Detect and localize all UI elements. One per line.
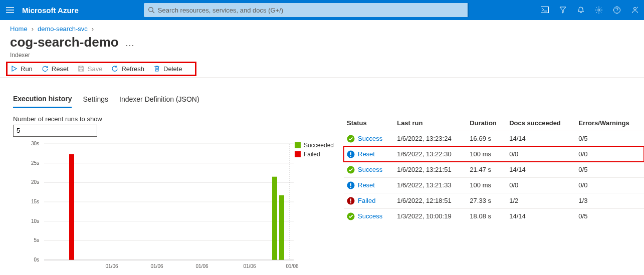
svg-text:30s: 30s [31,141,39,146]
svg-text:25s: 25s [31,160,39,165]
runs-count-label: Number of recent runs to show [13,115,324,123]
table-row[interactable]: Failed1/6/2022, 12:18:5127.33 s1/21/3 [344,193,644,208]
cell-docs: 14/14 [506,162,575,177]
hamburger-icon [6,7,14,13]
cell-errors: 0/0 [575,146,644,162]
svg-rect-30 [350,156,351,157]
top-bar: Microsoft Azure [0,0,644,20]
tab-settings[interactable]: Settings [83,95,108,107]
save-button: Save [78,65,103,73]
table-row[interactable]: Reset1/6/2022, 13:22:30100 ms0/00/0 [344,146,644,162]
chart-bar[interactable] [272,176,277,259]
table-row[interactable]: Reset1/6/2022, 13:21:33100 ms0/00/0 [344,177,644,193]
status-link[interactable]: Failed [358,197,375,204]
svg-text:01/06: 01/06 [243,263,256,269]
page-subtitle: Indexer [10,52,634,59]
body: Number of recent runs to show 0s5s10s15s… [0,108,644,274]
tabs: Execution history Settings Indexer Defin… [0,78,644,108]
cell-docs: 14/14 [506,131,575,146]
svg-point-5 [634,8,636,10]
legend-swatch-failed [295,151,301,157]
svg-text:01/06: 01/06 [286,263,298,269]
table-row[interactable]: Success1/6/2022, 13:21:5121.47 s14/140/5 [344,162,644,177]
help-icon [613,6,621,14]
gear-icon [595,6,603,14]
status-link[interactable]: Reset [358,181,375,189]
cell-duration: 100 ms [467,146,506,162]
breadcrumb: Home › demo-search-svc › [0,20,644,35]
command-bar-highlight: Run Reset Save Refresh Delete [6,62,196,76]
delete-button[interactable]: Delete [153,65,182,73]
run-button[interactable]: Run [11,65,33,73]
run-label: Run [21,65,33,73]
svg-text:01/06: 01/06 [195,263,208,269]
status-link[interactable]: Success [358,135,382,142]
svg-rect-2 [541,7,549,13]
refresh-button[interactable]: Refresh [111,65,144,73]
cell-lastrun: 1/6/2022, 13:21:33 [394,177,467,193]
hamburger-menu-button[interactable] [0,0,20,20]
search-icon [148,7,155,14]
svg-text:15s: 15s [31,199,39,204]
col-lastrun[interactable]: Last run [394,115,467,131]
directory-filter-button[interactable] [554,0,572,20]
breadcrumb-parent[interactable]: demo-search-svc [38,25,88,33]
settings-button[interactable] [590,0,608,20]
cloud-shell-button[interactable] [536,0,554,20]
legend-succeeded: Succeeded [295,142,334,149]
tab-indexer-definition-json[interactable]: Indexer Definition (JSON) [119,95,199,107]
right-panel: Status Last run Duration Docs succeeded … [344,115,644,274]
table-row[interactable]: Success1/3/2022, 10:00:1918.08 s14/140/5 [344,208,644,224]
refresh-icon [111,65,118,72]
cell-errors: 0/0 [575,177,644,193]
legend-failed: Failed [295,151,334,158]
svg-point-0 [148,8,153,12]
col-docs[interactable]: Docs succeeded [506,115,575,131]
table-row[interactable]: Success1/6/2022, 13:23:2416.69 s14/140/5 [344,131,644,146]
chart-bar[interactable] [69,154,74,259]
more-actions-button[interactable]: ⋯ [125,40,134,50]
cell-duration: 21.47 s [467,162,506,177]
col-errors[interactable]: Errors/Warnings [575,115,644,131]
feedback-button[interactable] [626,0,644,20]
col-status[interactable]: Status [344,115,394,131]
global-search-input[interactable] [155,6,465,15]
status-link[interactable]: Success [358,212,382,220]
tab-execution-history[interactable]: Execution history [13,95,72,108]
status-link[interactable]: Reset [358,150,375,158]
execution-history-chart: 0s5s10s15s20s25s30s 01/0601/0601/0601/06… [13,140,324,274]
help-button[interactable] [608,0,626,20]
svg-text:01/06: 01/06 [105,263,118,269]
legend-swatch-succeeded [295,142,301,148]
breadcrumb-home[interactable]: Home [10,25,28,33]
cell-errors: 0/5 [575,162,644,177]
runs-count-input[interactable] [13,125,97,137]
global-search[interactable] [144,3,469,17]
chart-legend: Succeeded Failed [295,142,334,160]
refresh-label: Refresh [121,65,144,73]
status-link[interactable]: Success [358,166,382,173]
cell-duration: 100 ms [467,177,506,193]
command-bar: Run Reset Save Refresh Delete [11,65,192,73]
cell-lastrun: 1/3/2022, 10:00:19 [394,208,467,224]
svg-rect-34 [350,187,351,188]
reset-status-icon [347,181,355,189]
svg-text:10s: 10s [31,218,39,223]
reset-button[interactable]: Reset [42,65,69,73]
svg-rect-33 [350,183,351,186]
chart-bar[interactable] [279,195,284,259]
left-panel: Number of recent runs to show 0s5s10s15s… [13,115,324,274]
notifications-button[interactable] [572,0,590,20]
breadcrumb-separator: › [92,25,94,33]
brand-name[interactable]: Microsoft Azure [22,6,79,15]
cell-errors: 0/5 [575,131,644,146]
col-duration[interactable]: Duration [467,115,506,131]
cell-lastrun: 1/6/2022, 13:23:24 [394,131,467,146]
svg-point-3 [598,9,600,11]
cell-duration: 27.33 s [467,193,506,208]
page-header: cog-search-demo ⋯ Indexer [0,35,644,62]
failed-status-icon [347,197,355,205]
cloud-shell-icon [541,7,549,14]
execution-table: Status Last run Duration Docs succeeded … [344,115,644,224]
bell-icon [577,6,585,14]
